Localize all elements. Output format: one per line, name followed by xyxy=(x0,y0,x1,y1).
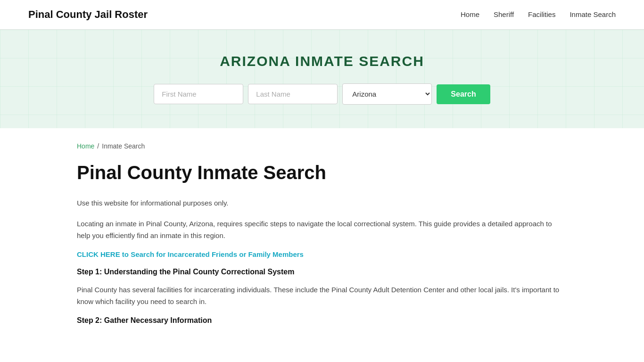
last-name-input[interactable] xyxy=(248,84,338,104)
step1-heading: Step 1: Understanding the Pinal County C… xyxy=(77,268,567,276)
intro-para-2: Locating an inmate in Pinal County, Ariz… xyxy=(77,218,567,242)
nav-link-facilities[interactable]: Facilities xyxy=(528,10,555,18)
page-title: Pinal County Inmate Search xyxy=(77,161,567,184)
nav-item-inmate-search[interactable]: Inmate Search xyxy=(570,10,616,19)
site-logo[interactable]: Pinal County Jail Roster xyxy=(28,8,148,21)
hero-section: ARIZONA INMATE SEARCH Arizona Alabama Al… xyxy=(0,30,644,128)
step2-heading: Step 2: Gather Necessary Information xyxy=(77,316,567,325)
nav-item-sheriff[interactable]: Sheriff xyxy=(494,10,514,19)
intro-para-1: Use this website for informational purpo… xyxy=(77,197,567,209)
step1-body: Pinal County has several facilities for … xyxy=(77,284,567,308)
nav-link-home[interactable]: Home xyxy=(461,10,479,18)
nav-item-facilities[interactable]: Facilities xyxy=(528,10,555,19)
nav-link-sheriff[interactable]: Sheriff xyxy=(494,10,514,18)
first-name-input[interactable] xyxy=(154,84,243,104)
breadcrumb-current: Inmate Search xyxy=(102,142,145,150)
state-select[interactable]: Arizona Alabama Alaska California Colora… xyxy=(342,83,432,105)
cta-search-link[interactable]: CLICK HERE to Search for Incarcerated Fr… xyxy=(77,250,304,258)
nav-item-home[interactable]: Home xyxy=(461,10,479,19)
site-header: Pinal County Jail Roster Home Sheriff Fa… xyxy=(0,0,644,30)
breadcrumb-separator: / xyxy=(97,142,99,150)
hero-title: ARIZONA INMATE SEARCH xyxy=(9,53,635,69)
breadcrumb-home[interactable]: Home xyxy=(77,142,94,150)
search-form: Arizona Alabama Alaska California Colora… xyxy=(9,83,635,105)
main-content: Home / Inmate Search Pinal County Inmate… xyxy=(49,128,595,361)
main-nav: Home Sheriff Facilities Inmate Search xyxy=(461,10,616,19)
nav-link-inmate-search[interactable]: Inmate Search xyxy=(570,10,616,18)
search-button[interactable]: Search xyxy=(437,84,490,104)
breadcrumb: Home / Inmate Search xyxy=(77,142,567,150)
